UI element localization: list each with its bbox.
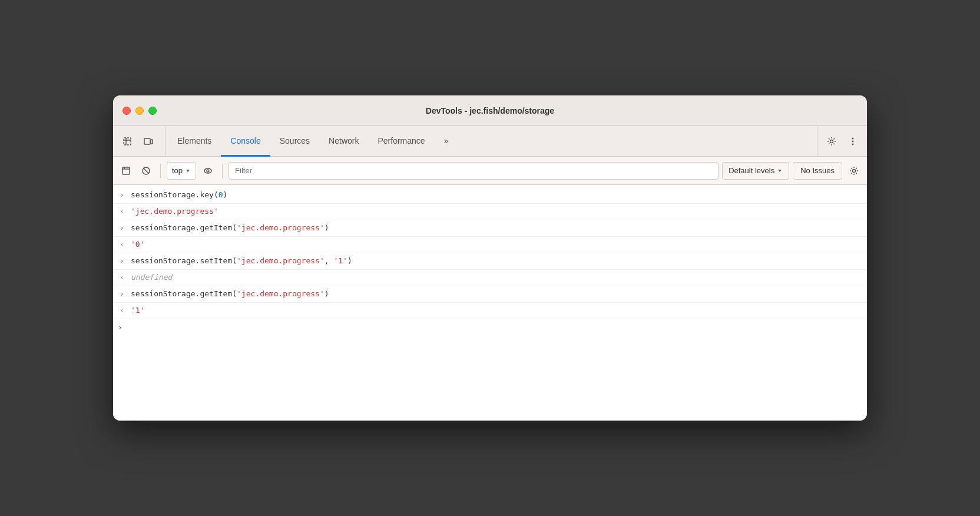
tab-sources[interactable]: Sources (270, 127, 319, 157)
no-issues-label: No Issues (800, 166, 835, 175)
svg-rect-9 (122, 167, 130, 174)
output-arrow: ‹ (118, 305, 126, 316)
svg-point-16 (853, 169, 856, 172)
svg-point-7 (852, 140, 854, 142)
console-line[interactable]: ‹ '0' (113, 237, 867, 253)
chevron-down-icon (185, 168, 191, 174)
console-line[interactable]: ‹ 'jec.demo.progress' (113, 204, 867, 220)
traffic-lights (122, 107, 157, 115)
tab-bar-tools (118, 126, 165, 156)
title-bar: DevTools - jec.fish/demo/storage (113, 95, 867, 126)
svg-point-5 (830, 140, 833, 143)
tab-bar-right (817, 126, 862, 156)
console-line[interactable]: › sessionStorage.setItem('jec.demo.progr… (113, 253, 867, 270)
tab-bar: Elements Console Sources Network Perform… (113, 126, 867, 157)
filter-input[interactable] (229, 162, 719, 180)
svg-line-13 (144, 168, 149, 173)
tab-more[interactable]: » (435, 127, 458, 157)
svg-point-14 (204, 168, 211, 173)
tab-performance[interactable]: Performance (368, 127, 434, 157)
console-line[interactable]: › sessionStorage.key(0) (113, 187, 867, 204)
console-line[interactable]: › sessionStorage.getItem('jec.demo.progr… (113, 220, 867, 237)
block-button[interactable] (138, 163, 154, 179)
svg-rect-3 (144, 138, 150, 144)
console-line[interactable]: ‹ undefined (113, 270, 867, 286)
output-arrow: ‹ (118, 272, 126, 283)
prompt-arrow: › (118, 322, 122, 334)
watch-button[interactable] (200, 163, 216, 179)
svg-rect-0 (124, 138, 131, 145)
tab-network[interactable]: Network (319, 127, 368, 157)
clear-console-button[interactable] (118, 163, 134, 179)
minimize-button[interactable] (135, 107, 144, 115)
toolbar-divider-2 (222, 164, 223, 178)
output-arrow: ‹ (118, 239, 126, 250)
more-options-button[interactable] (843, 132, 862, 151)
context-value: top (172, 166, 183, 175)
context-selector[interactable]: top (167, 162, 196, 180)
console-settings-button[interactable] (846, 163, 862, 179)
toolbar-divider (160, 164, 161, 178)
svg-point-15 (207, 170, 209, 172)
input-arrow: › (118, 289, 126, 300)
window-title: DevTools - jec.fish/demo/storage (426, 106, 554, 115)
console-toolbar: top Default levels No Issues (113, 157, 867, 185)
chevron-down-icon-2 (777, 168, 783, 174)
console-line[interactable]: ‹ '1' (113, 303, 867, 319)
input-arrow: › (118, 190, 126, 201)
log-levels-label: Default levels (729, 166, 774, 175)
console-line[interactable]: › sessionStorage.getItem('jec.demo.progr… (113, 286, 867, 303)
close-button[interactable] (122, 107, 131, 115)
log-levels-button[interactable]: Default levels (722, 162, 789, 180)
tab-console[interactable]: Console (221, 127, 270, 157)
output-arrow: ‹ (118, 206, 126, 217)
console-output: › sessionStorage.key(0) ‹ 'jec.demo.prog… (113, 185, 867, 421)
tab-elements[interactable]: Elements (168, 127, 221, 157)
no-issues-button[interactable]: No Issues (793, 162, 842, 180)
svg-point-8 (852, 143, 854, 145)
svg-rect-4 (151, 140, 153, 144)
settings-button[interactable] (822, 132, 841, 151)
maximize-button[interactable] (148, 107, 157, 115)
input-arrow: › (118, 256, 126, 267)
console-prompt[interactable]: › (113, 319, 867, 336)
input-arrow: › (118, 223, 126, 234)
tabs-container: Elements Console Sources Network Perform… (168, 126, 817, 156)
svg-point-6 (852, 137, 854, 139)
devtools-window: DevTools - jec.fish/demo/storage (113, 95, 867, 421)
inspect-element-button[interactable] (118, 132, 137, 151)
device-toolbar-button[interactable] (139, 132, 158, 151)
